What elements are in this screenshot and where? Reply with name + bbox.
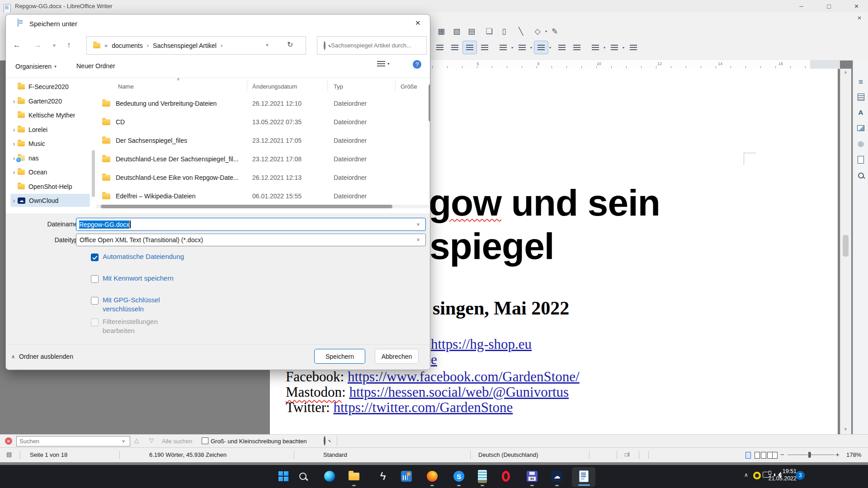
numbered-list-icon[interactable] — [534, 41, 548, 54]
document-dateline[interactable]: singen, Mai 2022 — [433, 297, 569, 319]
bullet-list-icon[interactable] — [515, 41, 529, 54]
tree-item-f-secure2020[interactable]: ›F-Secure2020 — [10, 80, 90, 93]
document-link-fragment[interactable]: e — [431, 352, 437, 368]
list-scrollbar-thumb[interactable] — [429, 84, 430, 122]
shapes-dropdown-icon[interactable]: ▾ — [545, 29, 547, 33]
insert-image-icon[interactable]: ▧ — [450, 25, 463, 38]
page-panel-icon[interactable] — [856, 155, 865, 164]
list-hscrollbar-thumb[interactable] — [101, 205, 392, 208]
link-url[interactable]: https://hessen.social/web/@Gunivortus — [349, 384, 569, 400]
chevron-right-icon[interactable]: › — [10, 140, 18, 147]
gpg-encrypt-option[interactable]: Mit GPG-Schlüssel verschlüsseln — [91, 296, 189, 314]
sidebar-settings-icon[interactable]: ≡ — [856, 78, 865, 87]
document-link-twitter[interactable]: Twitter: https://twitter.com/GardenStone — [286, 399, 513, 416]
word-count[interactable]: 6.190 Wörter, 45.938 Zeichen — [149, 451, 226, 458]
maximize-button[interactable]: □ — [819, 0, 839, 12]
find-search-input[interactable]: Suchen ∨ — [16, 436, 130, 446]
breadcrumb-item-folder[interactable]: Sachsenspiegel Artikel — [153, 42, 217, 49]
taskbar-edge-button[interactable] — [321, 467, 339, 485]
taskbar-backup-app-button[interactable]: 64 — [523, 467, 541, 485]
chevron-right-icon[interactable]: › — [10, 126, 18, 133]
taskbar-search-button[interactable] — [294, 467, 312, 485]
document-vertical-scrollbar[interactable]: ∧ ∧ — [840, 69, 851, 434]
zoom-out-icon[interactable]: − — [780, 450, 784, 458]
nav-up-icon[interactable]: ↑ — [67, 41, 71, 50]
sort-ascending-icon[interactable]: ∧ — [177, 77, 180, 81]
tree-item-openshot-help[interactable]: ›OpenShot-Help — [10, 180, 90, 193]
link-url[interactable]: e — [431, 352, 437, 367]
paragraph-space-decrease-dropdown-icon[interactable]: ▾ — [623, 46, 624, 50]
align-justify-icon[interactable] — [478, 41, 491, 54]
hyphenation-icon[interactable] — [627, 41, 640, 54]
file-row[interactable]: Deutschland-Lese Der Sachsenspiegel_fil.… — [99, 150, 426, 168]
nav-back-icon[interactable]: ← — [13, 41, 21, 50]
document-link-facebook[interactable]: Facebook: https://www.facebook.com/Garde… — [286, 369, 580, 385]
close-find-icon[interactable]: ✕ — [5, 437, 12, 445]
start-button[interactable] — [274, 467, 292, 485]
file-row[interactable]: Bedeutung und Verbreitung-Dateien26.12.2… — [99, 95, 426, 112]
taskbar-writer-button[interactable] — [575, 467, 593, 485]
column-header-type[interactable]: Typ — [334, 83, 343, 90]
column-header-size[interactable]: Größe — [401, 83, 417, 90]
tree-item-garten2020[interactable]: ›Garten2020 — [10, 94, 90, 108]
refresh-icon[interactable]: ↻ — [287, 40, 293, 49]
insert-comment-icon[interactable]: ❏ — [482, 25, 496, 38]
breadcrumb-item-documents[interactable]: documents — [112, 42, 142, 49]
hide-folders-button[interactable]: ∧ Ordner ausblenden — [11, 353, 73, 360]
breadcrumb-dropdown-icon[interactable]: ∨ — [265, 42, 269, 47]
taskbar-presentation-app-button[interactable] — [397, 467, 415, 485]
find-next-icon[interactable]: ▽ — [149, 437, 154, 444]
view-mode-button[interactable]: ▾ — [377, 61, 390, 66]
scroll-down-icon[interactable]: ∧ — [844, 427, 847, 432]
divider[interactable] — [327, 80, 328, 91]
line-spacing-dropdown-icon[interactable]: ▾ — [511, 46, 513, 50]
heading-misspelled-word[interactable]: gow — [429, 182, 501, 223]
tree-scrollbar-thumb[interactable] — [92, 150, 95, 197]
align-center-icon[interactable] — [448, 41, 462, 54]
nav-forward-icon[interactable]: → — [34, 41, 42, 50]
paragraph-space-increase-dropdown-icon[interactable]: ▾ — [604, 46, 605, 50]
tree-item-keltische-mythen[interactable]: ›Keltische Myther — [10, 108, 90, 122]
draw-functions-icon[interactable]: ✎ — [548, 25, 561, 38]
align-left-icon[interactable] — [433, 41, 447, 54]
filename-input[interactable]: Repgow-GG.docx ∨ — [76, 218, 426, 231]
new-folder-button[interactable]: Neuer Ordner — [76, 62, 115, 70]
search-box[interactable]: Sachsenspiegel Artikel durch... — [317, 36, 427, 55]
taskbar-firefox-button[interactable] — [423, 467, 441, 485]
file-row[interactable]: Deutschland-Lese Eike von Repgow-Date...… — [99, 169, 426, 186]
taskbar-skype-button[interactable]: S — [450, 467, 468, 485]
insert-table-icon[interactable]: ▦ — [434, 25, 448, 38]
file-row[interactable]: Der Sachsenspiegel_files23.12.2021 17:05… — [99, 132, 426, 149]
heading-rest[interactable]: und sein — [501, 182, 660, 223]
navigator-icon[interactable]: ◎ — [856, 139, 865, 148]
document-link-hgshop[interactable]: https://hg-shop.eu — [431, 336, 532, 352]
insert-line-icon[interactable]: ╲ — [514, 25, 528, 38]
nav-history-dropdown-icon[interactable]: ∨ — [52, 43, 56, 47]
chevron-right-icon[interactable]: › — [147, 42, 149, 49]
file-row[interactable]: CD13.05.2022 07:35Dateiordner — [99, 113, 426, 131]
taskbar-owncloud-button[interactable]: ☁ — [548, 467, 566, 485]
chevron-right-icon[interactable]: › — [10, 197, 18, 204]
help-button[interactable]: ? — [413, 60, 421, 69]
save-with-password-option[interactable]: Mit Kennwort speichern — [91, 274, 189, 283]
find-replace-icon[interactable] — [324, 437, 326, 445]
link-url[interactable]: https://www.facebook.com/GardenStone/ — [348, 369, 580, 385]
taskbar-explorer-button[interactable] — [345, 467, 363, 485]
find-dropdown-icon[interactable]: ∨ — [122, 439, 125, 443]
notification-badge[interactable]: 3 — [796, 471, 805, 480]
paragraph-space-decrease-icon[interactable] — [608, 41, 621, 54]
tree-item-lorelei[interactable]: ›Lorelei — [10, 123, 90, 136]
book-view-icon[interactable] — [767, 452, 778, 460]
document-heading-line1[interactable]: gow und sein — [429, 182, 660, 224]
column-header-name[interactable]: Name — [118, 83, 134, 90]
auto-extension-option[interactable]: Automatische Dateiendung — [91, 252, 189, 261]
taskbar-opera-button[interactable] — [497, 467, 515, 485]
single-page-view-icon[interactable] — [745, 452, 752, 460]
decrease-indent-icon[interactable] — [570, 41, 584, 54]
filetype-select[interactable]: Office Open XML Text (Transitional) (*.d… — [76, 234, 426, 246]
line-spacing-icon[interactable] — [496, 41, 510, 54]
zoom-slider-thumb[interactable] — [808, 452, 811, 458]
document-link-mastodon[interactable]: Mastodon: https://hessen.social/web/@Gun… — [286, 384, 569, 400]
taskbar-notes-button[interactable] — [473, 467, 491, 485]
basic-shapes-icon[interactable]: ◇ — [531, 25, 544, 38]
